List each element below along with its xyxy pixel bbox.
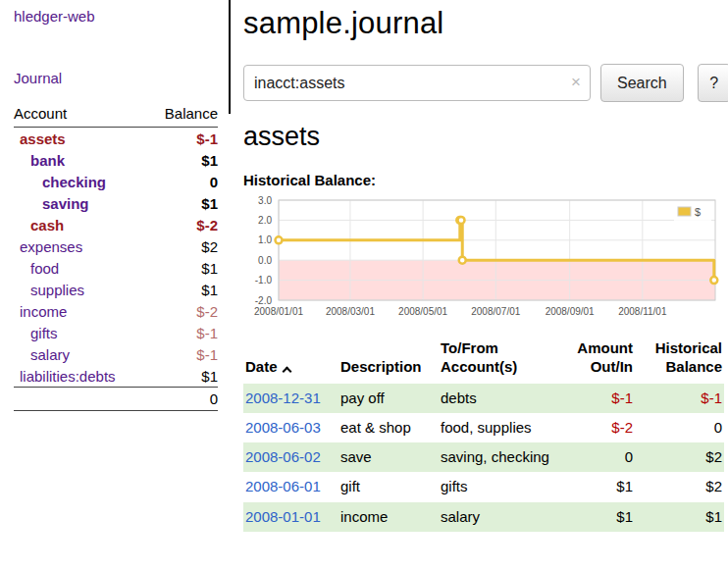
account-balance: $-1	[148, 322, 218, 343]
search-input[interactable]	[243, 65, 591, 101]
account-link[interactable]: saving	[14, 195, 89, 212]
main-content: sample.journal × Search ? assets Histori…	[230, 0, 728, 571]
register-col-amount: Amount Out/In	[558, 337, 635, 384]
help-button[interactable]: ?	[698, 64, 728, 102]
account-row: income$-2	[14, 300, 218, 322]
svg-text:2008/09/01: 2008/09/01	[546, 306, 595, 317]
register-row: 2008-06-02 save saving, checking 0 $2	[243, 442, 724, 472]
account-row: cash$-2	[14, 214, 218, 235]
clear-search-icon[interactable]: ×	[571, 73, 581, 92]
account-balance: $2	[148, 235, 218, 257]
account-balance: $-2	[148, 300, 218, 322]
search-button[interactable]: Search	[600, 64, 684, 102]
accounts-col-balance: Balance	[148, 102, 218, 128]
transaction-accounts: gifts	[439, 472, 558, 501]
search-input-wrap: ×	[243, 65, 591, 101]
historical-balance-chart: 3.02.01.00.0-1.0-2.02008/01/012008/03/01…	[243, 192, 723, 326]
svg-text:2008/11/01: 2008/11/01	[618, 306, 667, 317]
register-table: Date Description To/From Account(s) Amou…	[243, 337, 724, 532]
account-balance: $-1	[148, 128, 218, 150]
account-link[interactable]: liabilities:debts	[14, 368, 116, 385]
transaction-balance: $2	[635, 442, 724, 472]
account-link[interactable]: food	[14, 260, 59, 277]
register-row: 2008-06-03 eat & shop food, supplies $-2…	[243, 413, 724, 442]
svg-text:-1.0: -1.0	[255, 275, 273, 286]
register-row: 2008-01-01 income salary $1 $1	[243, 502, 724, 532]
account-heading: assets	[243, 122, 728, 152]
svg-text:2.0: 2.0	[258, 215, 272, 226]
sidebar-divider	[229, 0, 231, 114]
transaction-accounts: salary	[439, 502, 558, 532]
account-row: bank$1	[14, 149, 218, 171]
account-row: checking0	[14, 171, 218, 192]
account-balance: $1	[148, 192, 218, 214]
account-link[interactable]: income	[14, 303, 67, 320]
account-link[interactable]: gifts	[14, 325, 58, 341]
account-balance: $1	[148, 365, 218, 388]
account-balance: $-1	[148, 343, 218, 365]
transaction-date-link[interactable]: 2008-06-01	[245, 478, 321, 494]
transaction-balance: 0	[635, 413, 724, 442]
accounts-col-account: Account	[14, 102, 148, 128]
transaction-accounts: food, supplies	[439, 413, 558, 442]
account-link[interactable]: cash	[14, 217, 64, 234]
account-link[interactable]: expenses	[14, 238, 82, 255]
account-row: liabilities:debts$1	[14, 365, 218, 388]
register-row: 2008-06-01 gift gifts $1 $2	[243, 472, 724, 501]
account-link[interactable]: checking	[14, 174, 106, 190]
account-link[interactable]: salary	[14, 346, 70, 363]
transaction-description: save	[338, 442, 439, 472]
svg-text:2008/07/01: 2008/07/01	[471, 306, 520, 317]
svg-text:3.0: 3.0	[258, 195, 272, 206]
svg-text:$: $	[695, 206, 701, 218]
hledger-web-app: hledger-web Journal Account Balance asse…	[0, 0, 728, 571]
account-row: saving$1	[14, 192, 218, 214]
account-link[interactable]: bank	[14, 152, 65, 169]
accounts-total-row: 0	[14, 388, 218, 411]
account-row: food$1	[14, 257, 218, 279]
accounts-table: Account Balance assets$-1 bank$1 checkin…	[14, 102, 218, 411]
account-balance: $-2	[148, 214, 218, 235]
accounts-header-row: Account Balance	[14, 102, 218, 128]
account-link[interactable]: supplies	[14, 282, 84, 298]
account-balance: $1	[148, 149, 218, 171]
transaction-description: gift	[338, 472, 439, 501]
account-row: supplies$1	[14, 279, 218, 300]
register-col-date[interactable]: Date	[243, 337, 338, 384]
transaction-balance: $1	[635, 502, 724, 532]
svg-text:-2.0: -2.0	[255, 295, 273, 306]
register-col-description: Description	[338, 337, 439, 384]
search-form: × Search ?	[243, 64, 728, 102]
accounts-total-balance: 0	[148, 388, 218, 411]
account-balance: $1	[148, 279, 218, 300]
transaction-accounts: debts	[439, 384, 558, 413]
account-balance: 0	[148, 171, 218, 192]
transaction-date-link[interactable]: 2008-01-01	[245, 508, 321, 525]
svg-text:0.0: 0.0	[258, 255, 272, 266]
account-row: gifts$-1	[14, 322, 218, 343]
sidebar-item-journal[interactable]: Journal	[14, 70, 218, 86]
svg-text:2008/03/01: 2008/03/01	[326, 306, 375, 317]
transaction-amount: $-2	[558, 413, 635, 442]
register-col-tofrom: To/From Account(s)	[439, 337, 558, 384]
sidebar: hledger-web Journal Account Balance asse…	[0, 0, 230, 571]
register-col-balance: Historical Balance	[635, 337, 724, 384]
transaction-date-link[interactable]: 2008-06-03	[245, 419, 321, 436]
transaction-amount: $-1	[558, 384, 635, 413]
transaction-description: eat & shop	[338, 413, 439, 442]
register-header-row: Date Description To/From Account(s) Amou…	[243, 337, 724, 384]
transaction-balance: $-1	[635, 384, 724, 413]
transaction-amount: 0	[558, 442, 635, 472]
chart-title: Historical Balance:	[243, 172, 728, 188]
transaction-date-link[interactable]: 2008-12-31	[245, 389, 321, 406]
transaction-amount: $1	[558, 472, 635, 501]
account-link[interactable]: assets	[14, 130, 66, 147]
transaction-amount: $1	[558, 502, 635, 532]
transaction-accounts: saving, checking	[439, 442, 558, 472]
transaction-date-link[interactable]: 2008-06-02	[245, 448, 321, 465]
transaction-description: income	[338, 502, 439, 532]
svg-text:2008/05/01: 2008/05/01	[398, 306, 447, 317]
app-title-link[interactable]: hledger-web	[14, 8, 218, 25]
svg-text:2008/01/01: 2008/01/01	[254, 306, 303, 317]
page-title: sample.journal	[243, 6, 728, 41]
